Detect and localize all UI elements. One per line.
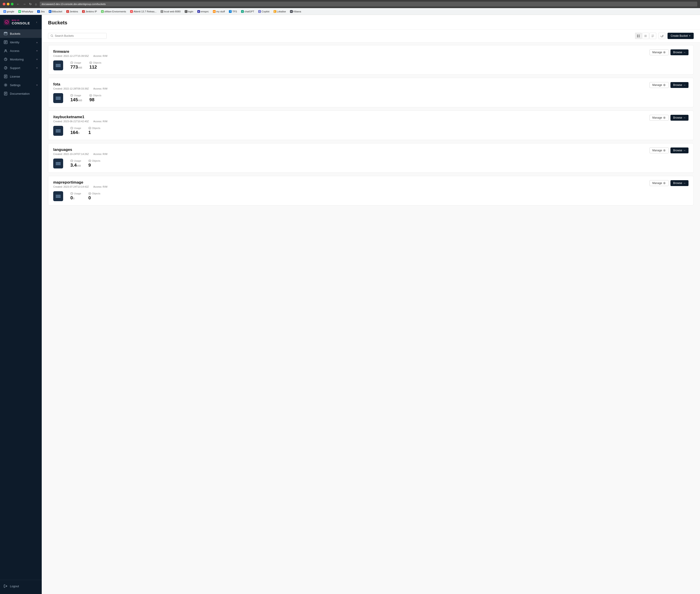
- usage-stat: Usage 0B: [70, 192, 81, 200]
- objects-value: 1: [89, 130, 100, 135]
- create-bucket-btn[interactable]: Create Bucket +: [668, 33, 694, 39]
- browse-btn[interactable]: Browse →: [670, 147, 689, 153]
- bucket-info: mapreportimage Created: 2023-07-24T13:14…: [53, 180, 649, 188]
- bookmark-local-web-8080[interactable]: llocal web 8080: [159, 10, 182, 13]
- bookmark-whatsapp[interactable]: WWhatsApp: [17, 10, 35, 13]
- gear-icon: [663, 117, 666, 119]
- maximize-window-btn[interactable]: [11, 3, 13, 5]
- reload-btn[interactable]: ↻: [28, 2, 33, 6]
- list-view-btn[interactable]: [642, 33, 649, 39]
- close-window-btn[interactable]: [3, 3, 5, 5]
- bucket-info: languages Created: 2022-10-24T07:14:26Z …: [53, 147, 649, 155]
- svg-rect-17: [652, 36, 654, 36]
- browse-btn[interactable]: Browse →: [670, 82, 689, 88]
- objects-stat: Objects 1: [89, 127, 100, 135]
- bookmark-google[interactable]: Ggoogle: [2, 10, 16, 13]
- bucket-created: Created: 2022-12-27T15:39:55Z: [53, 55, 89, 57]
- logo-text: MIN·IO CONSOLE: [12, 20, 30, 25]
- bookmark-emsprc[interactable]: eemsprc: [196, 10, 210, 13]
- usage-icon: [70, 61, 73, 64]
- sidebar-item-license[interactable]: License: [0, 72, 42, 81]
- manage-btn[interactable]: Manage: [649, 82, 669, 88]
- arrow-right-icon: →: [683, 84, 686, 87]
- bucket-icon: [53, 60, 63, 70]
- objects-icon: [89, 192, 91, 195]
- access-arrow-icon: ▼: [36, 50, 38, 52]
- sidebar-item-monitoring[interactable]: Monitoring ▼: [0, 55, 42, 64]
- bookmark-lokalise[interactable]: LLokalise: [272, 10, 288, 13]
- page-title: Buckets: [48, 20, 694, 26]
- browse-btn[interactable]: Browse →: [670, 50, 689, 55]
- bookmark-aware-enviorments[interactable]: aaWare Enviorments: [99, 10, 128, 13]
- detail-view-btn[interactable]: [649, 33, 656, 39]
- main-content: Buckets: [42, 15, 700, 594]
- sidebar-item-logout[interactable]: Logout: [0, 582, 42, 590]
- sidebar-collapse-btn[interactable]: ‹: [35, 20, 38, 25]
- browse-label: Browse: [673, 84, 682, 87]
- manage-btn[interactable]: Manage: [649, 180, 669, 186]
- bookmark-jenkins-ip[interactable]: JJenkins IP: [80, 10, 99, 13]
- arrow-right-icon: →: [683, 116, 686, 119]
- sidebar-item-documentation[interactable]: Documentation: [0, 89, 42, 98]
- address-bar[interactable]: docsaware2-dev-13-console.dev.attentigro…: [40, 2, 697, 6]
- search-box[interactable]: [48, 33, 107, 39]
- forward-btn[interactable]: →: [22, 2, 27, 6]
- logo-console: CONSOLE: [12, 22, 30, 25]
- bookmark-kibana[interactable]: KKibana: [289, 10, 303, 13]
- bucket-access: Access: R/W: [93, 153, 107, 155]
- bucket-icon: [53, 191, 63, 201]
- svg-point-9: [5, 85, 6, 86]
- settings-icon: [4, 83, 8, 87]
- sidebar-access-label: Access: [10, 49, 34, 53]
- minimize-window-btn[interactable]: [7, 3, 9, 5]
- arrow-right-icon: →: [683, 149, 686, 152]
- bookmark-login[interactable]: llogin: [183, 10, 195, 13]
- manage-btn[interactable]: Manage: [649, 50, 669, 55]
- sidebar-item-identity[interactable]: Identity ▲: [0, 38, 42, 46]
- bucket-meta: Created: 2023-07-24T13:14:42Z Access: R/…: [53, 185, 649, 188]
- usage-value: 145MiB: [70, 97, 82, 102]
- refresh-icon: [660, 34, 663, 37]
- search-input[interactable]: [55, 34, 104, 37]
- monitoring-arrow-icon: ▼: [36, 58, 38, 61]
- browse-btn[interactable]: Browse →: [670, 115, 689, 121]
- bookmark-tfs[interactable]: TTFS: [227, 10, 239, 13]
- sidebar-monitoring-label: Monitoring: [10, 58, 34, 61]
- svg-point-5: [5, 50, 6, 51]
- sidebar-item-buckets[interactable]: Buckets: [0, 29, 42, 38]
- home-btn[interactable]: ⌂: [34, 2, 38, 6]
- usage-value: 164B: [70, 130, 81, 135]
- sidebar-item-support[interactable]: Support ▼: [0, 64, 42, 72]
- bookmark-attenti-13.7-releas...[interactable]: AAttenti 13.7 Releas...: [129, 10, 158, 13]
- bucket-shape: [56, 195, 61, 198]
- grid-view-btn[interactable]: [635, 33, 642, 39]
- list-icon: [644, 34, 647, 37]
- usage-stat: Usage 3.4MiB: [70, 159, 81, 168]
- sidebar-item-access[interactable]: Access ▼: [0, 46, 42, 55]
- bookmark-bitbucket[interactable]: BBitbucket: [47, 10, 64, 13]
- usage-stat: Usage 164B: [70, 127, 81, 135]
- bookmark-my-stuff[interactable]: mmy stuff: [211, 10, 226, 13]
- bookmark-chatgpt[interactable]: cchatGPT: [239, 10, 256, 13]
- usage-unit: MiB: [77, 164, 81, 167]
- bookmark-copilot[interactable]: CCopilot: [257, 10, 271, 13]
- bookmark-jira[interactable]: JJira: [36, 10, 46, 13]
- back-btn[interactable]: ←: [15, 2, 21, 6]
- create-bucket-label: Create Bucket: [671, 34, 688, 37]
- browse-btn[interactable]: Browse →: [670, 180, 689, 186]
- manage-label: Manage: [653, 84, 662, 87]
- gear-icon: [663, 84, 666, 86]
- bucket-card: languages Created: 2022-10-24T07:14:26Z …: [48, 143, 694, 173]
- plus-icon: +: [689, 34, 691, 37]
- usage-icon: [70, 127, 73, 129]
- main-header: Buckets: [42, 15, 700, 30]
- sidebar-item-settings[interactable]: Settings ▼: [0, 81, 42, 89]
- manage-btn[interactable]: Manage: [649, 147, 669, 153]
- manage-btn[interactable]: Manage: [649, 115, 669, 121]
- refresh-btn[interactable]: [659, 33, 665, 39]
- objects-stat: Objects 98: [89, 94, 101, 102]
- identity-icon: [4, 40, 8, 44]
- usage-unit: B: [78, 132, 79, 134]
- sidebar-logout-label: Logout: [10, 585, 38, 588]
- bookmark-jenkins[interactable]: JJenkins: [65, 10, 79, 13]
